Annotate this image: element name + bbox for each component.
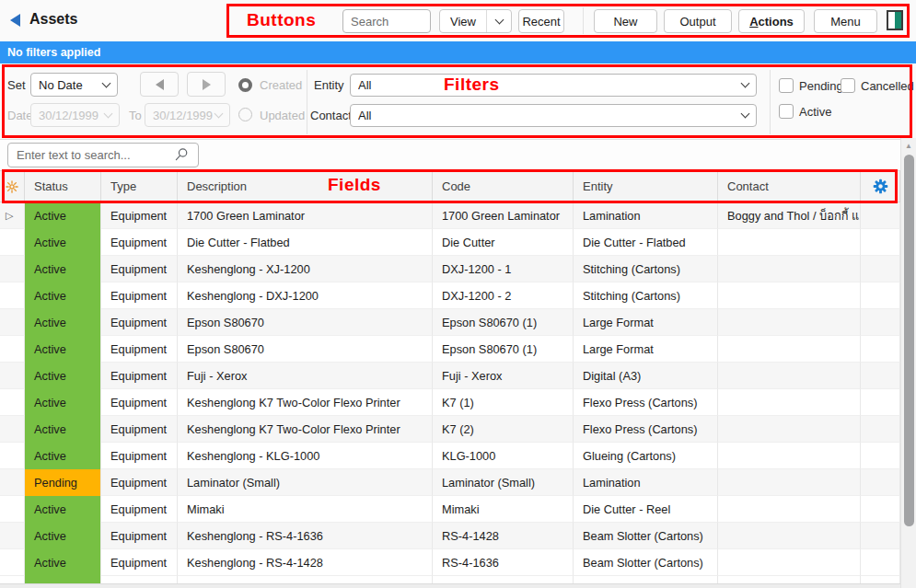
table-row[interactable]: Active Equipment Keshenglong K7 Two-Colo… xyxy=(0,416,900,443)
back-icon[interactable] xyxy=(10,14,20,27)
code-cell: Laminator (Small) xyxy=(433,469,574,496)
scrollbar-up-icon[interactable]: ▲ xyxy=(901,138,916,153)
row-indicator-cell xyxy=(0,389,25,416)
cancelled-checkbox[interactable] xyxy=(841,78,855,93)
contact-dropdown[interactable]: All xyxy=(350,104,757,127)
code-cell: Die Cutter xyxy=(433,229,574,256)
description-cell: Fuji - Xerox xyxy=(178,363,433,389)
table-row[interactable]: Active Equipment Fuji - Xerox Fuji - Xer… xyxy=(0,363,900,389)
column-header-status[interactable]: Status xyxy=(25,171,101,202)
spacer-cell xyxy=(861,469,900,496)
contact-label: Contact xyxy=(310,109,352,122)
spacer-cell xyxy=(861,443,900,469)
gear-icon xyxy=(873,179,888,194)
column-header-code[interactable]: Code xyxy=(433,171,574,202)
date-set-dropdown[interactable]: No Date xyxy=(30,73,118,97)
entity-dropdown[interactable]: All xyxy=(350,74,757,97)
search-icon[interactable] xyxy=(174,147,189,166)
code-cell: KLG-1000 xyxy=(433,443,574,469)
row-indicator-cell xyxy=(0,336,25,363)
menu-button[interactable]: Menu xyxy=(814,9,877,33)
row-indicator-cell xyxy=(0,309,25,336)
row-indicator-header xyxy=(0,171,25,202)
recent-button[interactable]: Recent xyxy=(518,9,564,33)
spacer-cell xyxy=(861,256,900,282)
type-cell: Equipment xyxy=(101,443,178,469)
table-row[interactable]: Active Equipment Keshenglong K7 Two-Colo… xyxy=(0,389,900,416)
table-row[interactable]: ▷ Active Equipment 1700 Green Laminator … xyxy=(0,202,900,229)
split-view-icon[interactable] xyxy=(887,10,903,30)
column-header-type[interactable]: Type xyxy=(101,171,178,202)
grid-search-input[interactable] xyxy=(7,143,199,167)
column-settings-header[interactable] xyxy=(861,171,900,202)
search-input[interactable] xyxy=(342,9,431,33)
table-body: ▷ Active Equipment 1700 Green Laminator … xyxy=(0,202,900,576)
row-indicator-cell xyxy=(0,282,25,309)
row-indicator-cell xyxy=(0,443,25,469)
pending-checkbox[interactable] xyxy=(779,78,794,93)
type-cell: Equipment xyxy=(101,336,178,363)
spacer-cell xyxy=(861,336,900,363)
table-row[interactable]: Active Equipment Epson S80670 Epson S806… xyxy=(0,336,900,363)
output-button[interactable]: Output xyxy=(664,9,732,33)
row-indicator-cell xyxy=(0,469,25,496)
table-row[interactable]: Active Equipment Keshenglong - KLG-1000 … xyxy=(0,443,900,469)
table-row[interactable]: Active Equipment Keshenglong - RS-4-1428… xyxy=(0,549,900,576)
actions-button[interactable]: Actions xyxy=(738,9,805,33)
to-label: To xyxy=(129,109,142,122)
entity-cell: Stitching (Cartons) xyxy=(574,282,718,309)
contact-cell xyxy=(718,229,861,256)
entity-cell: Flexo Press (Cartons) xyxy=(574,416,718,443)
active-checkbox-label: Active xyxy=(799,105,831,119)
view-button[interactable]: View xyxy=(439,9,512,33)
column-header-entity[interactable]: Entity xyxy=(574,171,718,202)
row-indicator-cell xyxy=(0,363,25,389)
type-cell: Equipment xyxy=(101,309,178,336)
previous-period-button xyxy=(140,72,179,97)
description-cell: Laminator (Small) xyxy=(178,469,433,496)
type-cell: Equipment xyxy=(101,523,178,549)
chevron-down-icon xyxy=(741,110,750,119)
type-cell: Equipment xyxy=(101,549,178,576)
created-label: Created xyxy=(260,78,302,92)
active-checkbox[interactable] xyxy=(779,104,794,119)
spacer-cell xyxy=(861,282,900,309)
table-row[interactable]: Active Equipment Keshenglong - XJ-1200 D… xyxy=(0,256,900,282)
table-row[interactable]: Pending Equipment Laminator (Small) Lami… xyxy=(0,469,900,496)
code-cell: RS-4-1428 xyxy=(433,523,574,549)
status-cell: Active xyxy=(25,256,101,282)
filters-divider xyxy=(307,70,307,134)
table-row[interactable]: Active Equipment Keshenglong - DXJ-1200 … xyxy=(0,282,900,309)
bottom-strip xyxy=(0,583,916,588)
chevron-down-icon xyxy=(494,15,504,24)
entity-cell: Glueing (Cartons) xyxy=(574,443,718,469)
status-cell: Active xyxy=(25,523,101,549)
scrollbar-thumb[interactable] xyxy=(904,155,914,526)
description-cell: Keshenglong K7 Two-Color Flexo Printer xyxy=(178,416,433,443)
row-indicator-cell xyxy=(0,549,25,576)
description-cell: Epson S80670 xyxy=(178,309,433,336)
code-cell: DXJ-1200 - 2 xyxy=(433,282,574,309)
entity-cell: Digital (A3) xyxy=(574,363,718,389)
status-cell: Active xyxy=(25,496,101,523)
partial-row[interactable] xyxy=(0,576,916,583)
table-row[interactable]: Active Equipment Epson S80670 Epson S806… xyxy=(0,309,900,336)
entity-label: Entity xyxy=(314,78,344,92)
contact-cell: Boggy and Thol / บ็อกกี้ แ... xyxy=(718,202,861,229)
code-cell: Fuji - Xerox xyxy=(433,363,574,389)
table-row[interactable]: Active Equipment Die Cutter - Flatbed Di… xyxy=(0,229,900,256)
spacer-cell xyxy=(861,389,900,416)
status-cell: Active xyxy=(25,416,101,443)
entity-cell: Flexo Press (Cartons) xyxy=(574,389,718,416)
column-header-contact[interactable]: Contact xyxy=(718,171,861,202)
table-row[interactable]: Active Equipment Keshenglong - RS-4-1636… xyxy=(0,523,900,549)
new-button[interactable]: New xyxy=(594,9,657,33)
contact-cell xyxy=(718,282,861,309)
view-dropdown-arrow[interactable] xyxy=(487,20,511,23)
description-cell: Keshenglong - RS-4-1636 xyxy=(178,523,433,549)
column-header-description[interactable]: Description xyxy=(178,171,433,202)
vertical-scrollbar[interactable]: ▲ xyxy=(900,138,916,588)
table-row[interactable]: Active Equipment Mimaki Mimaki Die Cutte… xyxy=(0,496,900,523)
contact-cell xyxy=(718,469,861,496)
spacer-cell xyxy=(861,363,900,389)
